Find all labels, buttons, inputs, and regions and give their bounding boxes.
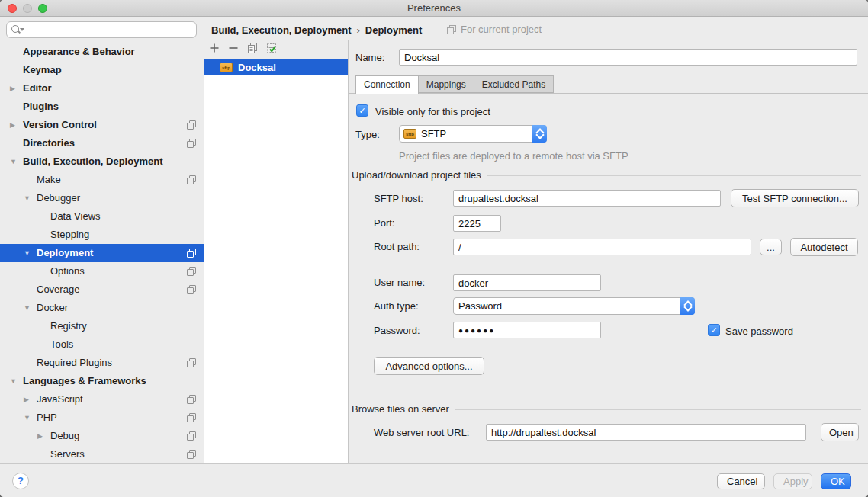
sftp-icon: sftp [403,129,416,139]
sidebar-item-php[interactable]: ▼PHP [0,409,204,427]
sidebar-item-label: Registry [50,320,87,332]
sidebar-item-data-views[interactable]: Data Views [0,207,204,226]
sidebar-item-required-plugins[interactable]: Required Plugins [0,354,204,372]
type-hint: Project files are deployed to a remote h… [399,150,628,162]
sftp-host-field[interactable] [453,190,721,207]
visible-only-label: Visible only for this project [375,106,490,117]
tree-collapsed-arrow-icon[interactable]: ▶ [10,116,15,134]
web-root-field[interactable] [486,424,806,441]
browse-root-path-button[interactable]: ... [760,239,782,255]
apply-button[interactable]: Apply [773,473,812,489]
server-item-docksal[interactable]: sftp Docksal [204,59,348,75]
sidebar-item-languages-frameworks[interactable]: ▼Languages & Frameworks [0,372,204,390]
sidebar-item-label: Data Views [50,210,101,222]
tree-expanded-arrow-icon[interactable]: ▼ [10,372,17,390]
name-field[interactable] [399,49,857,66]
sidebar-item-debugger[interactable]: ▼Debugger [0,189,204,207]
sidebar-item-label: Stepping [50,229,89,240]
sidebar-item-label: Build, Execution, Deployment [23,156,162,167]
sidebar-item-label: Make [37,174,61,185]
browse-section-header: Browse files on server [352,403,861,415]
sidebar-item-label: Editor [23,82,52,94]
auth-type-value: Password [458,300,680,312]
sidebar-item-javascript[interactable]: ▶JavaScript [0,390,204,409]
tab-excluded-paths[interactable]: Excluded Paths [474,75,554,93]
sidebar-item-docker[interactable]: ▼Docker [0,299,204,317]
tree-expanded-arrow-icon[interactable]: ▼ [24,299,31,317]
advanced-options-button[interactable]: Advanced options... [374,357,484,375]
tree-expanded-arrow-icon[interactable]: ▼ [24,409,31,427]
project-settings-icon [187,120,196,130]
help-button[interactable]: ? [12,473,29,489]
sidebar-item-make[interactable]: Make [0,171,204,189]
sidebar-item-keymap[interactable]: Keymap [0,61,204,79]
tab-strip: ConnectionMappingsExcluded Paths [355,75,554,94]
sidebar-item-options[interactable]: Options [0,262,204,281]
sidebar-item-tools[interactable]: Tools [0,335,204,354]
tab-mappings[interactable]: Mappings [419,75,474,93]
sidebar-item-label: Deployment [37,247,93,258]
sidebar-item-servers[interactable]: Servers [0,445,204,463]
visible-only-checkbox[interactable]: ✓ [356,104,368,117]
sidebar-item-version-control[interactable]: ▶Version Control [0,116,204,134]
upload-section-header: Upload/download project files [352,169,861,181]
tree-collapsed-arrow-icon[interactable]: ▶ [10,79,15,98]
password-field[interactable] [453,322,601,338]
sidebar-item-label: Options [50,265,85,277]
breadcrumb-parent[interactable]: Build, Execution, Deployment [211,24,351,36]
ok-button[interactable]: OK [821,473,851,489]
copy-server-button[interactable] [246,42,259,54]
save-password-checkbox[interactable]: ✓ [708,324,720,336]
sidebar-item-stepping[interactable]: Stepping [0,226,204,244]
tab-connection[interactable]: Connection [355,75,419,94]
project-settings-icon [187,431,196,441]
titlebar: Preferences [0,0,868,17]
sidebar-item-label: Debug [50,430,79,441]
sidebar-item-deployment[interactable]: ▼Deployment [0,244,204,262]
sftp-host-label: SFTP host: [374,193,423,204]
user-name-field[interactable] [453,274,601,291]
use-as-default-icon [265,42,278,54]
autodetect-button[interactable]: Autodetect [790,238,858,256]
tree-collapsed-arrow-icon[interactable]: ▶ [37,427,43,445]
sidebar-item-label: Appearance & Behavior [23,46,135,57]
type-value: SFTP [421,128,532,139]
auth-type-label: Auth type: [374,300,419,312]
auth-type-dropdown[interactable]: Password [453,297,695,315]
sidebar-item-label: Directories [23,137,75,149]
settings-search-box[interactable] [6,21,197,38]
plus-icon [208,42,220,54]
sidebar-item-editor[interactable]: ▶Editor [0,79,204,98]
sidebar-item-plugins[interactable]: Plugins [0,98,204,116]
sidebar-item-build-execution-deployment[interactable]: ▼Build, Execution, Deployment [0,152,204,171]
dialog-footer: ? Cancel Apply OK [0,463,868,497]
sidebar-item-registry[interactable]: Registry [0,317,204,335]
type-dropdown[interactable]: sftp SFTP [399,125,547,143]
sidebar-item-label: Languages & Frameworks [23,375,146,386]
root-path-field[interactable] [453,239,751,255]
sidebar-item-label: Version Control [23,119,97,130]
sidebar-item-directories[interactable]: Directories [0,134,204,152]
tree-collapsed-arrow-icon[interactable]: ▶ [24,390,29,409]
dropdown-stepper-icon [532,125,547,143]
password-label: Password: [374,325,420,336]
test-sftp-connection-button[interactable]: Test SFTP connection... [731,189,859,207]
sidebar-item-debug[interactable]: ▶Debug [0,427,204,445]
save-password-label: Save password [725,325,793,337]
port-field[interactable] [453,215,501,232]
sftp-icon: sftp [220,63,233,72]
search-input[interactable] [24,23,196,37]
cancel-button[interactable]: Cancel [717,473,765,489]
settings-tree: Appearance & BehaviorKeymap▶EditorPlugin… [0,43,204,463]
sidebar-item-label: Servers [50,448,85,460]
sidebar-item-coverage[interactable]: Coverage [0,281,204,299]
open-button[interactable]: Open [821,423,859,441]
sidebar-item-appearance-behavior[interactable]: Appearance & Behavior [0,43,204,61]
remove-server-button[interactable] [227,42,240,54]
sidebar-item-label: PHP [37,412,57,423]
add-server-button[interactable] [208,42,220,54]
tree-expanded-arrow-icon[interactable]: ▼ [24,244,31,262]
tree-expanded-arrow-icon[interactable]: ▼ [24,189,31,207]
tree-expanded-arrow-icon[interactable]: ▼ [10,152,17,171]
use-as-default-button[interactable] [265,42,278,54]
